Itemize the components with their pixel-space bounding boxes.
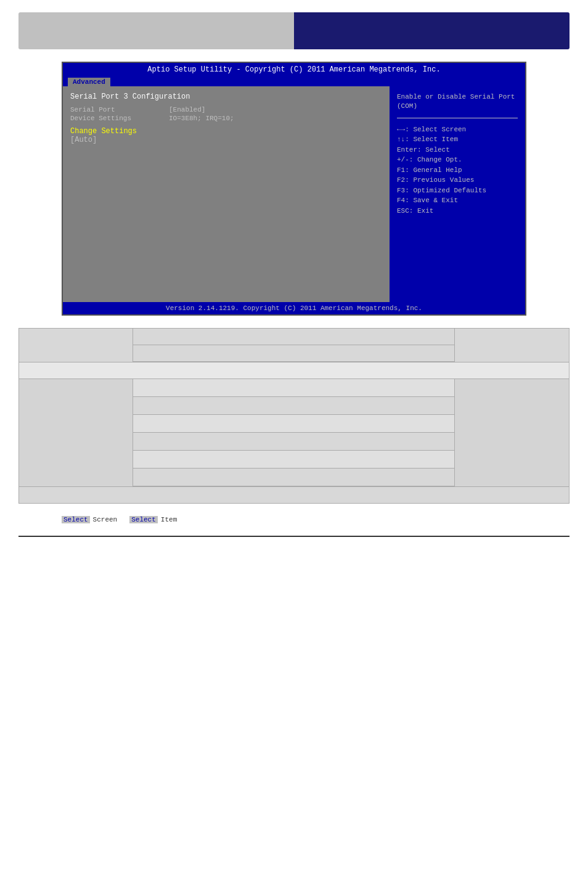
bios-advanced-tab[interactable]: Advanced [68,78,110,86]
bios-footer: Version 2.14.1219. Copyright (C) 2011 Am… [63,302,525,314]
bios-shortcut-enter: Enter: Select [397,145,518,155]
bios-device-settings-row: Device Settings IO=3E8h; IRQ=10; [70,115,382,122]
bios-shortcut-f4: F4: Save & Exit [397,195,518,206]
table-body-row-4 [133,433,454,451]
bios-serial-port-value: [Enabled] [169,106,205,113]
select-item-annotation: Select Screen Select Item [62,516,526,523]
table-top-left [19,329,133,362]
table-body-row-6 [133,469,454,486]
bios-shortcut-f2: F2: Previous Values [397,175,518,186]
bios-shortcut-select-item: ↑↓: Select Item [397,134,518,145]
table-top-middle [133,329,455,362]
table-body-row-2 [133,397,454,415]
table-body-row-5 [133,451,454,469]
bios-change-settings-value: [Auto] [70,136,97,144]
table-top-middle-row-1 [133,329,454,345]
bios-title: Aptio Setup Utility - Copyright (C) 2011… [147,65,440,74]
table-top-middle-row-2 [133,345,454,362]
bios-screenshot: Aptio Setup Utility - Copyright (C) 2011… [62,62,526,316]
table-body-row-3 [133,415,454,433]
bios-help-text: Enable or Disable Serial Port (COM) [397,92,518,112]
bios-device-settings-label: Device Settings [70,115,169,122]
bios-shortcut-esc: ESC: Exit [397,206,518,216]
bios-divider [397,118,518,118]
bios-content: Serial Port 3 Configuration Serial Port … [63,86,525,302]
bios-title-bar: Aptio Setup Utility - Copyright (C) 2011… [63,63,525,76]
top-header-left [18,12,294,49]
bios-serial-port-row: Serial Port [Enabled] [70,106,382,113]
table-footer-row [19,486,569,503]
table-body-middle [133,379,455,486]
table-body-left [19,379,133,486]
bios-left-panel: Serial Port 3 Configuration Serial Port … [63,86,390,302]
bios-section-title: Serial Port 3 Configuration [70,92,382,101]
top-header [18,12,570,49]
select-item-suffix: Item [161,516,177,523]
table-body-row-1 [133,379,454,397]
bios-tab-bar: Advanced [63,76,525,86]
table-full-row [19,362,569,379]
bios-shortcut-select-screen: ←→: Select Screen [397,125,518,135]
bottom-divider [18,536,570,537]
bios-change-settings-link[interactable]: Change Settings [70,127,382,136]
select-screen-text: Select [62,516,90,523]
table-section [18,328,570,504]
select-screen-suffix: Screen [93,516,118,523]
bios-serial-port-label: Serial Port [70,106,169,113]
bios-shortcut-f1: F1: General Help [397,165,518,176]
table-top-right [455,329,569,362]
bios-shortcut-change-opt: +/-: Change Opt. [397,155,518,165]
top-header-right [294,12,570,49]
table-body-right [455,379,569,486]
table-body [19,379,569,486]
bios-right-panel: Enable or Disable Serial Port (COM) ←→: … [390,86,525,302]
select-item-text: Select [129,516,158,523]
table-top [19,329,569,362]
bios-device-settings-value: IO=3E8h; IRQ=10; [169,115,234,122]
bios-shortcut-f3: F3: Optimized Defaults [397,186,518,196]
